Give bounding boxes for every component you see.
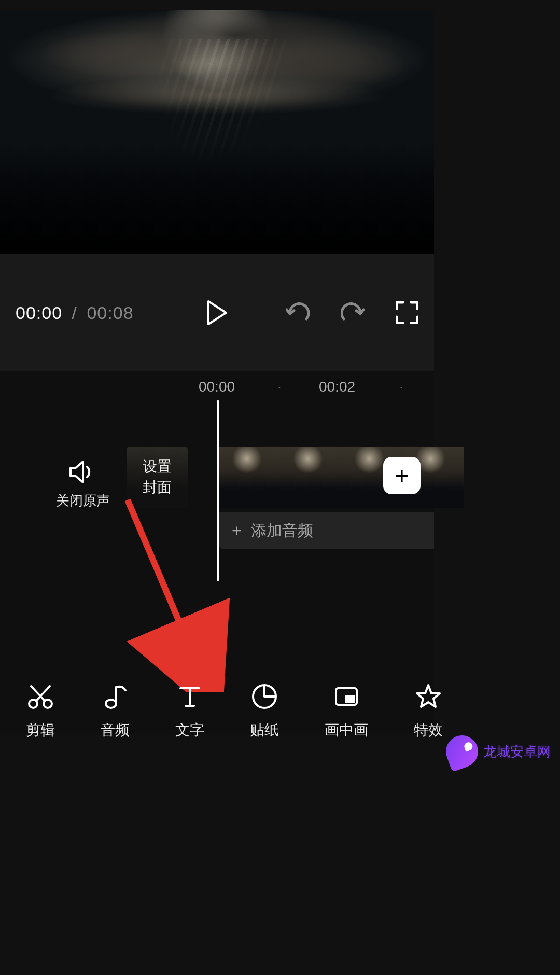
watermark-text: 龙城安卓网 bbox=[483, 743, 551, 761]
tool-label: 音频 bbox=[101, 720, 130, 740]
playback-time: 00:00 / 00:08 bbox=[16, 303, 134, 323]
set-cover-label: 设置封面 bbox=[143, 456, 172, 498]
watermark-logo-icon bbox=[441, 731, 482, 772]
clip-thumbnail bbox=[281, 447, 342, 508]
ruler-dot: · bbox=[399, 379, 403, 395]
add-audio-button[interactable]: + 添加音频 bbox=[219, 512, 434, 549]
sticker-icon bbox=[251, 683, 278, 710]
tool-effects[interactable]: 特效 bbox=[414, 683, 443, 740]
picture-in-picture-icon bbox=[333, 683, 360, 710]
tool-edit[interactable]: 剪辑 bbox=[26, 683, 55, 740]
preview-art-rays bbox=[143, 39, 290, 161]
undo-icon bbox=[286, 302, 310, 323]
tool-label: 剪辑 bbox=[26, 720, 55, 740]
mute-original-sound-button[interactable]: 关闭原声 bbox=[52, 459, 114, 510]
speaker-icon bbox=[68, 459, 97, 484]
svg-rect-5 bbox=[345, 695, 355, 703]
mute-label: 关闭原声 bbox=[52, 492, 114, 510]
current-time: 00:00 bbox=[16, 303, 62, 323]
set-cover-button[interactable]: 设置封面 bbox=[127, 447, 188, 508]
plus-icon: + bbox=[395, 462, 409, 490]
tool-label: 文字 bbox=[175, 720, 204, 740]
svg-point-3 bbox=[106, 700, 116, 708]
add-audio-label: 添加音频 bbox=[251, 520, 313, 541]
fullscreen-icon bbox=[396, 301, 418, 324]
watermark: 龙城安卓网 bbox=[446, 735, 551, 768]
redo-icon bbox=[341, 302, 365, 323]
total-duration: 00:08 bbox=[87, 303, 133, 323]
tool-audio[interactable]: 音频 bbox=[101, 683, 130, 740]
redo-button[interactable] bbox=[341, 302, 365, 323]
undo-button[interactable] bbox=[286, 302, 310, 323]
player-controls-bar: 00:00 / 00:08 bbox=[0, 254, 434, 371]
scissors-icon bbox=[27, 683, 54, 710]
text-icon bbox=[176, 683, 203, 710]
ruler-dot: · bbox=[277, 379, 282, 395]
bottom-toolbar: 剪辑 音频 文字 贴纸 画 bbox=[0, 673, 434, 750]
tool-label: 特效 bbox=[414, 720, 443, 740]
time-separator: / bbox=[72, 303, 77, 323]
tool-label: 贴纸 bbox=[250, 720, 279, 740]
ruler-tick: 00:02 bbox=[319, 379, 355, 395]
tool-text[interactable]: 文字 bbox=[175, 683, 204, 740]
tool-pip[interactable]: 画中画 bbox=[325, 683, 368, 740]
clip-thumbnail bbox=[219, 447, 281, 508]
plus-icon: + bbox=[232, 521, 242, 540]
music-note-icon bbox=[102, 683, 129, 710]
star-icon bbox=[415, 683, 442, 710]
timeline-ruler[interactable]: 00:00 · 00:02 · bbox=[0, 371, 434, 402]
video-preview[interactable] bbox=[0, 10, 434, 254]
play-icon bbox=[206, 300, 228, 325]
video-editor-screen: 00:00 / 00:08 bbox=[0, 0, 560, 975]
ruler-tick: 00:00 bbox=[199, 379, 235, 395]
play-button[interactable] bbox=[206, 300, 228, 325]
playhead[interactable] bbox=[217, 400, 219, 581]
tool-sticker[interactable]: 贴纸 bbox=[250, 683, 279, 740]
add-clip-button[interactable]: + bbox=[383, 457, 421, 494]
player-controls: 00:00 / 00:08 bbox=[0, 254, 434, 371]
fullscreen-button[interactable] bbox=[396, 301, 418, 324]
tool-label: 画中画 bbox=[325, 720, 368, 740]
